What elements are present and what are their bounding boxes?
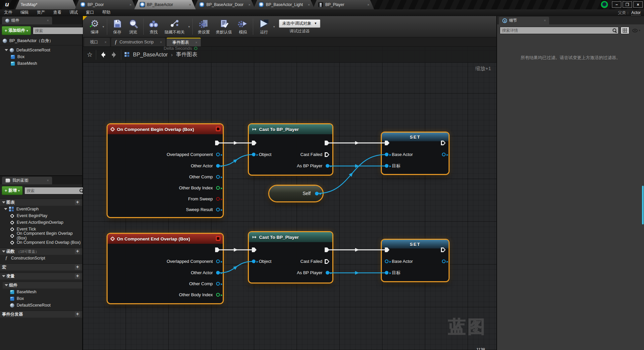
graph-tab-construction-scrip[interactable]: ƒConstruction Scrip× — [111, 38, 165, 46]
data-pin[interactable] — [442, 259, 446, 263]
property-matrix-button[interactable] — [621, 27, 629, 34]
tab-components[interactable]: 组件 × — [2, 17, 52, 24]
exec-pin[interactable] — [385, 247, 389, 252]
toolbar-save-button[interactable]: 保存 — [109, 18, 125, 36]
data-pin[interactable] — [442, 153, 446, 156]
exec-pin[interactable] — [325, 247, 329, 252]
tree-item-defaultsceneroot[interactable]: DefaultSceneRoot — [0, 47, 82, 53]
components-root-row[interactable]: BP_BaseActor（自身） — [0, 37, 82, 45]
data-pin[interactable] — [216, 259, 220, 263]
details-scrollbar[interactable] — [642, 186, 644, 224]
blueprint-item-basemesh[interactable]: BaseMesh — [0, 289, 82, 295]
menu-item-查看[interactable]: 查看 — [49, 10, 65, 15]
delegate-pin[interactable] — [216, 236, 220, 241]
close-icon[interactable]: × — [544, 19, 546, 22]
tab-my-blueprint[interactable]: 我的蓝图 × — [2, 177, 52, 184]
blueprint-item-eventgraph[interactable]: EventGraph — [0, 206, 82, 212]
tab-details[interactable]: 细节 × — [499, 17, 549, 24]
chevron-down-icon[interactable]: ▾ — [273, 25, 276, 28]
data-pin[interactable] — [216, 208, 220, 211]
data-pin[interactable] — [252, 153, 256, 156]
window-tab-testmap-[interactable]: TestMap* — [15, 0, 77, 9]
collapse-triangle-icon[interactable] — [2, 201, 5, 203]
data-pin[interactable] — [216, 153, 220, 156]
toolbar-play-button[interactable]: 运行 — [255, 18, 273, 36]
details-filter-button[interactable]: ▾ — [631, 29, 641, 32]
delegate-pin[interactable] — [216, 127, 220, 131]
exec-pin[interactable] — [252, 247, 257, 252]
tree-item-box[interactable]: Box — [0, 53, 82, 60]
menu-item-调试[interactable]: 调试 — [65, 10, 82, 15]
section-header-宏[interactable]: 宏+ — [0, 264, 82, 271]
event-graph-canvas[interactable]: Delta Seconds ☆ BP_BaseActor › 事件图表 缩放+1… — [83, 47, 496, 350]
data-pin[interactable] — [216, 282, 220, 286]
menu-item-文件[interactable]: 文件 — [0, 10, 16, 15]
node-ev1[interactable]: On Component Begin Overlap (Box)Overlapp… — [108, 124, 223, 217]
node-set1[interactable]: SETBase Actor目标 — [382, 133, 449, 174]
data-pin[interactable] — [252, 259, 256, 263]
data-pin[interactable] — [326, 271, 329, 275]
debug-object-dropdown[interactable]: 未选中调试对象▼ — [279, 19, 320, 28]
graph-tab--[interactable]: 视口× — [84, 38, 110, 46]
exec-pin[interactable] — [325, 259, 329, 264]
exec-pin[interactable] — [441, 141, 446, 145]
chevron-down-icon[interactable]: ▾ — [188, 25, 191, 28]
node-self1[interactable]: Self — [269, 186, 323, 201]
close-icon[interactable]: × — [130, 3, 132, 7]
data-pin[interactable] — [216, 164, 220, 168]
node-cast1[interactable]: ↦Cast To BP_PlayerObjectCast FailedAs BP… — [249, 124, 332, 175]
breadcrumb-root[interactable]: BP_BaseActor — [133, 52, 168, 58]
collapse-triangle-icon[interactable] — [2, 275, 5, 277]
add-icon[interactable]: + — [75, 249, 80, 254]
window-tab-bp_baseactor_door[interactable]: BP_BaseActor_Door× — [194, 0, 255, 9]
close-icon[interactable]: × — [308, 3, 310, 7]
blueprint-item-constructionscript[interactable]: ƒConstructionScript — [0, 255, 82, 261]
collapse-triangle-icon[interactable] — [5, 284, 8, 286]
data-pin[interactable] — [326, 164, 329, 168]
data-pin[interactable] — [385, 259, 388, 263]
node-cast2[interactable]: ↦Cast To BP_PlayerObjectCast FailedAs BP… — [249, 232, 332, 283]
close-icon[interactable]: × — [47, 19, 49, 22]
blueprint-item-event-actorbeginoverlap[interactable]: Event ActorBeginOverlap — [0, 219, 82, 226]
add-component-button[interactable]: + 添加组件 ▾ — [2, 26, 31, 35]
forward-arrow-icon[interactable] — [110, 51, 118, 58]
tree-item-basemesh[interactable]: BaseMesh — [0, 60, 82, 67]
parent-class-value[interactable]: Actor — [631, 10, 641, 15]
restore-button[interactable]: ❐ — [623, 1, 632, 8]
expand-triangle-icon[interactable] — [5, 49, 8, 51]
data-pin[interactable] — [216, 197, 220, 201]
blueprint-item-defaultsceneroot[interactable]: DefaultSceneRoot — [0, 302, 82, 309]
section-header-事件分发器[interactable]: 事件分发器+ — [0, 311, 82, 318]
add-icon[interactable]: + — [75, 312, 80, 317]
close-icon[interactable]: × — [249, 3, 251, 7]
exec-pin[interactable] — [325, 141, 329, 145]
menu-item-帮助[interactable]: 帮助 — [98, 10, 115, 15]
my-blueprint-search[interactable] — [24, 187, 86, 194]
back-arrow-icon[interactable] — [100, 51, 107, 58]
expand-triangle-icon[interactable] — [4, 208, 7, 210]
data-pin[interactable] — [216, 175, 220, 179]
details-search[interactable] — [500, 27, 619, 34]
toolbar-class-defaults-button[interactable]: 类默认值 — [213, 18, 235, 36]
exec-pin[interactable] — [385, 141, 389, 145]
data-pin[interactable] — [385, 164, 388, 168]
exec-pin[interactable] — [215, 247, 220, 252]
exec-pin[interactable] — [325, 152, 329, 157]
exec-pin[interactable] — [441, 247, 446, 252]
close-icon[interactable]: × — [367, 3, 369, 7]
node-ev2[interactable]: On Component End Overlap (Box)Overlapped… — [108, 234, 223, 303]
graph-tab--[interactable]: 事件图表× — [167, 38, 201, 46]
window-tab-bp_player[interactable]: BP_Player× — [313, 0, 374, 9]
toolbar-compile-button[interactable]: ⚙✔编译 — [88, 18, 102, 36]
data-pin[interactable] — [216, 293, 220, 297]
blueprint-item-on-component-end-overlap-box-[interactable]: On Component End Overlap (Box) — [0, 239, 82, 246]
close-icon[interactable]: × — [195, 41, 197, 44]
data-pin[interactable] — [315, 192, 319, 195]
blueprint-item-on-component-begin-overlap-box-[interactable]: On Component Begin Overlap (Box) — [0, 232, 82, 239]
toolbar-hide-unrelated-button[interactable]: 隐藏不相关 — [162, 18, 188, 36]
new-button[interactable]: + 新增 ▾ — [2, 186, 23, 195]
node-set2[interactable]: SETBase Actor目标 — [382, 240, 449, 281]
close-button[interactable]: × — [633, 1, 643, 8]
chevron-down-icon[interactable]: ▾ — [102, 25, 105, 28]
breadcrumb-current[interactable]: 事件图表 — [176, 51, 197, 58]
